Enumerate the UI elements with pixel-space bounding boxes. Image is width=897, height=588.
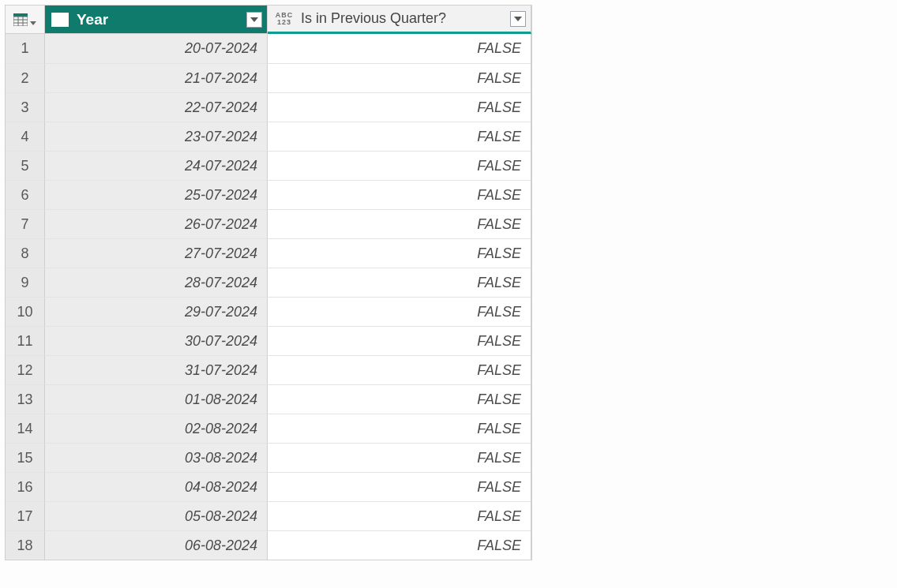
cell-prev-quarter[interactable]: FALSE: [268, 238, 531, 268]
table-row[interactable]: 1029-07-2024FALSE: [6, 297, 531, 326]
row-number[interactable]: 16: [6, 472, 45, 501]
cell-year[interactable]: 30-07-2024: [45, 326, 268, 355]
table-row[interactable]: 1806-08-2024FALSE: [6, 530, 531, 560]
table-row[interactable]: 726-07-2024FALSE: [6, 209, 531, 238]
row-number[interactable]: 10: [6, 297, 45, 326]
table-row[interactable]: 1231-07-2024FALSE: [6, 355, 531, 384]
column-filter-button-prev[interactable]: [510, 11, 526, 27]
table-row[interactable]: 1503-08-2024FALSE: [6, 443, 531, 472]
row-number[interactable]: 4: [6, 122, 45, 151]
chevron-down-icon: [250, 17, 258, 22]
cell-year[interactable]: 06-08-2024: [45, 530, 268, 560]
cell-prev-quarter[interactable]: FALSE: [268, 326, 531, 355]
cell-year[interactable]: 04-08-2024: [45, 472, 268, 501]
cell-year[interactable]: 20-07-2024: [45, 34, 268, 63]
cell-prev-quarter[interactable]: FALSE: [268, 151, 531, 180]
cell-year[interactable]: 22-07-2024: [45, 92, 268, 122]
table-row[interactable]: 827-07-2024FALSE: [6, 238, 531, 268]
table-row[interactable]: 1705-08-2024FALSE: [6, 501, 531, 530]
row-number[interactable]: 18: [6, 530, 45, 560]
data-preview-table: Year ABC 123 Is in Previous Quarter? 120…: [5, 5, 532, 560]
cell-prev-quarter[interactable]: FALSE: [268, 92, 531, 122]
cell-prev-quarter[interactable]: FALSE: [268, 34, 531, 63]
cell-year[interactable]: 03-08-2024: [45, 443, 268, 472]
row-number[interactable]: 7: [6, 209, 45, 238]
cell-year[interactable]: 24-07-2024: [45, 151, 268, 180]
table-row[interactable]: 1130-07-2024FALSE: [6, 326, 531, 355]
cell-prev-quarter[interactable]: FALSE: [268, 530, 531, 560]
cell-prev-quarter[interactable]: FALSE: [268, 501, 531, 530]
cell-prev-quarter[interactable]: FALSE: [268, 209, 531, 238]
cell-year[interactable]: 26-07-2024: [45, 209, 268, 238]
table-row[interactable]: 322-07-2024FALSE: [6, 92, 531, 122]
table-row[interactable]: 120-07-2024FALSE: [6, 34, 531, 63]
table-row[interactable]: 221-07-2024FALSE: [6, 63, 531, 92]
row-number[interactable]: 9: [6, 268, 45, 297]
cell-year[interactable]: 01-08-2024: [45, 384, 268, 414]
date-type-icon: [51, 13, 69, 27]
row-number[interactable]: 2: [6, 63, 45, 92]
cell-year[interactable]: 05-08-2024: [45, 501, 268, 530]
cell-prev-quarter[interactable]: FALSE: [268, 414, 531, 443]
row-number[interactable]: 12: [6, 355, 45, 384]
cell-prev-quarter[interactable]: FALSE: [268, 384, 531, 414]
cell-year[interactable]: 29-07-2024: [45, 297, 268, 326]
cell-year[interactable]: 23-07-2024: [45, 122, 268, 151]
cell-prev-quarter[interactable]: FALSE: [268, 355, 531, 384]
row-number[interactable]: 15: [6, 443, 45, 472]
cell-year[interactable]: 28-07-2024: [45, 268, 268, 297]
cell-prev-quarter[interactable]: FALSE: [268, 180, 531, 209]
row-number[interactable]: 1: [6, 34, 45, 63]
svg-rect-0: [13, 13, 28, 17]
row-number[interactable]: 13: [6, 384, 45, 414]
chevron-down-icon: [30, 21, 36, 25]
svg-rect-1: [13, 17, 28, 26]
column-filter-button-year[interactable]: [246, 12, 262, 28]
cell-prev-quarter[interactable]: FALSE: [268, 122, 531, 151]
cell-prev-quarter[interactable]: FALSE: [268, 268, 531, 297]
column-header-prev-quarter[interactable]: ABC 123 Is in Previous Quarter?: [268, 6, 531, 34]
svg-rect-16: [52, 13, 69, 26]
row-number[interactable]: 14: [6, 414, 45, 443]
table-row[interactable]: 1604-08-2024FALSE: [6, 472, 531, 501]
row-number[interactable]: 11: [6, 326, 45, 355]
cell-year[interactable]: 21-07-2024: [45, 63, 268, 92]
row-number[interactable]: 6: [6, 180, 45, 209]
row-number[interactable]: 17: [6, 501, 45, 530]
row-number[interactable]: 8: [6, 238, 45, 268]
table-body: 120-07-2024FALSE221-07-2024FALSE322-07-2…: [6, 34, 531, 560]
cell-year[interactable]: 27-07-2024: [45, 238, 268, 268]
table-header-row: Year ABC 123 Is in Previous Quarter?: [6, 6, 531, 34]
any-type-icon: ABC 123: [274, 10, 295, 28]
table-row[interactable]: 928-07-2024FALSE: [6, 268, 531, 297]
row-number[interactable]: 5: [6, 151, 45, 180]
cell-prev-quarter[interactable]: FALSE: [268, 472, 531, 501]
row-number[interactable]: 3: [6, 92, 45, 122]
app-canvas: Year ABC 123 Is in Previous Quarter? 120…: [0, 0, 897, 588]
table-row[interactable]: 423-07-2024FALSE: [6, 122, 531, 151]
cell-year[interactable]: 31-07-2024: [45, 355, 268, 384]
column-header-year[interactable]: Year: [45, 6, 268, 34]
cell-year[interactable]: 25-07-2024: [45, 180, 268, 209]
table-row[interactable]: 1402-08-2024FALSE: [6, 414, 531, 443]
cell-prev-quarter[interactable]: FALSE: [268, 297, 531, 326]
cell-year[interactable]: 02-08-2024: [45, 414, 268, 443]
table-icon: [13, 13, 28, 26]
cell-prev-quarter[interactable]: FALSE: [268, 63, 531, 92]
table-corner-menu[interactable]: [6, 6, 45, 34]
table-row[interactable]: 625-07-2024FALSE: [6, 180, 531, 209]
chevron-down-icon: [514, 17, 522, 21]
column-header-label: Is in Previous Quarter?: [301, 10, 505, 27]
table-row[interactable]: 1301-08-2024FALSE: [6, 384, 531, 414]
column-header-label: Year: [77, 11, 242, 28]
table-row[interactable]: 524-07-2024FALSE: [6, 151, 531, 180]
cell-prev-quarter[interactable]: FALSE: [268, 443, 531, 472]
